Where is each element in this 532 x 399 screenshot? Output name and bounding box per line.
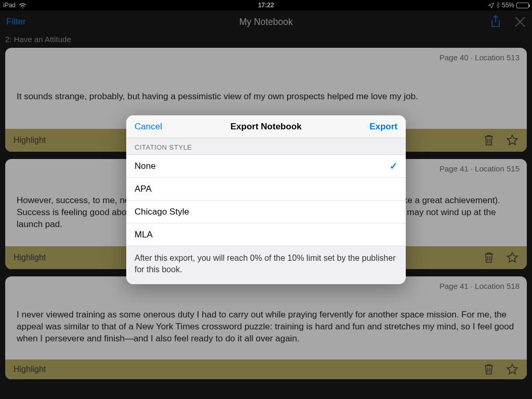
export-modal: Cancel Export Notebook Export CITATION S… bbox=[126, 115, 406, 284]
option-label: Chicago Style bbox=[135, 207, 189, 217]
option-label: APA bbox=[135, 184, 152, 194]
cancel-button[interactable]: Cancel bbox=[135, 122, 162, 132]
citation-option-mla[interactable]: MLA bbox=[126, 223, 406, 246]
option-label: MLA bbox=[135, 230, 153, 240]
citation-section-label: CITATION STYLE bbox=[126, 138, 406, 155]
citation-option-apa[interactable]: APA bbox=[126, 178, 406, 201]
option-label: None bbox=[135, 161, 156, 171]
checkmark-icon: ✓ bbox=[390, 161, 397, 172]
export-button[interactable]: Export bbox=[369, 122, 397, 132]
modal-title: Export Notebook bbox=[231, 122, 302, 132]
citation-option-none[interactable]: None ✓ bbox=[126, 155, 406, 178]
citation-option-chicago[interactable]: Chicago Style bbox=[126, 201, 406, 223]
export-limit-note: After this export, you will reach 0% of … bbox=[126, 246, 406, 284]
